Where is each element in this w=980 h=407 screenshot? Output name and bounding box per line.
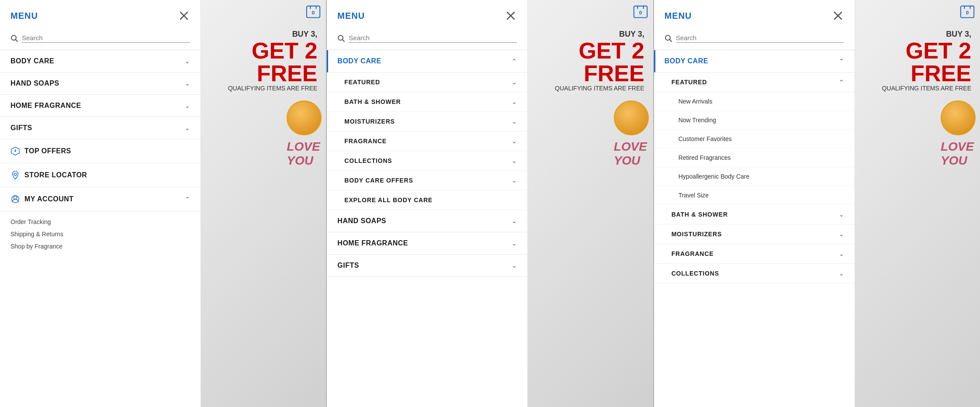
menu-item-hand-soaps-1[interactable]: HAND SOAPS ⌄ — [0, 72, 201, 95]
search-input-3[interactable] — [676, 34, 844, 43]
gifts-label-2: GIFTS — [337, 262, 359, 269]
close-button-1[interactable] — [178, 10, 190, 22]
cart-area-3: 0 — [959, 4, 976, 21]
panel-3: MENU BODY CARE — [654, 0, 980, 407]
svg-text:0: 0 — [312, 10, 315, 15]
close-icon-3 — [834, 11, 842, 20]
menu-header-3: MENU — [654, 0, 855, 30]
chevron-moisturizers-3: ⌄ — [839, 231, 844, 238]
collections-label-3: COLLECTIONS — [672, 270, 719, 277]
cart-icon-2[interactable]: 0 — [632, 4, 649, 21]
shipping-returns-link[interactable]: Shipping & Returns — [10, 228, 190, 240]
cart-area-1: 0 — [305, 4, 322, 21]
chevron-gifts: ⌄ — [512, 262, 517, 269]
body-care-label-3: BODY CARE — [665, 57, 708, 65]
search-input-1[interactable] — [22, 34, 190, 43]
menu-item-home-fragrance-1[interactable]: HOME FRAGRANCE ⌄ — [0, 95, 201, 117]
submenu-item-collections[interactable]: COLLECTIONS ⌄ — [327, 151, 527, 171]
product-display-3: LOVEYOU — [941, 100, 976, 168]
now-trending-label: Now Trending — [679, 117, 716, 124]
search-input-2[interactable] — [349, 34, 517, 43]
promo-free-label-3: FREE — [882, 62, 971, 85]
menu-title-1: MENU — [10, 11, 38, 21]
menu-item-store-locator-1[interactable]: STORE LOCATOR — [0, 163, 201, 187]
product-display-1: LOVEYOU — [287, 100, 322, 168]
close-button-2[interactable] — [505, 10, 517, 22]
menu-item-hand-soaps-2[interactable]: HAND SOAPS ⌄ — [327, 210, 527, 232]
promo-free-label-2: FREE — [555, 62, 644, 85]
submenu-item-fragrance-3[interactable]: FRAGRANCE ⌄ — [654, 244, 855, 264]
featured-label-3: FEATURED — [672, 79, 707, 86]
menu-item-gifts-1[interactable]: GIFTS ⌄ — [0, 117, 201, 139]
order-tracking-link[interactable]: Order Tracking — [10, 216, 190, 228]
chevron-bath-3: ⌄ — [839, 211, 844, 218]
promo-text-1: BUY 3, GET 2 FREE QUALIFYING ITEMS ARE F… — [228, 30, 322, 92]
chevron-up-icon-2: ⌃ — [512, 58, 517, 65]
account-subitems: Order Tracking Shipping & Returns Shop b… — [0, 211, 201, 255]
menu-item-body-care-1[interactable]: BODY CARE ⌄ — [0, 50, 201, 72]
shop-by-fragrance-link[interactable]: Shop by Fragrance — [10, 240, 190, 252]
promo-get2-label-2: GET 2 — [555, 39, 644, 62]
love-text-1: LOVEYOU — [287, 140, 322, 168]
cart-icon-1[interactable]: 0 — [305, 4, 322, 21]
submenu-item-collections-3[interactable]: COLLECTIONS ⌄ — [654, 264, 855, 283]
menu-item-body-care-label-2: BODY CARE — [337, 57, 381, 65]
menu-item-body-care-3[interactable]: BODY CARE ⌃ — [654, 50, 855, 72]
submenu-item-featured[interactable]: FEATURED ⌄ — [327, 72, 527, 92]
chevron-fragrance: ⌄ — [512, 138, 517, 145]
customer-favorites-label: Customer Favorites — [679, 135, 732, 142]
customer-favorites-item[interactable]: Customer Favorites — [654, 130, 855, 148]
home-fragrance-label-2: HOME FRAGRANCE — [337, 239, 408, 247]
menu-item-gifts-label: GIFTS — [10, 124, 32, 132]
promo-content-1: 0 BUY 3, GET 2 FREE QUALIFYING ITEMS ARE… — [201, 0, 326, 407]
submenu-item-bath-shower[interactable]: BATH & SHOWER ⌄ — [327, 92, 527, 112]
now-trending-item[interactable]: Now Trending — [654, 111, 855, 130]
menu-title-2: MENU — [337, 11, 365, 21]
promo-bg-3: 0 BUY 3, GET 2 FREE QUALIFYING ITEMS ARE… — [855, 0, 980, 407]
svg-text:0: 0 — [966, 10, 969, 15]
menu-item-my-account-1[interactable]: MY ACCOUNT ⌃ — [0, 187, 201, 211]
collections-label: COLLECTIONS — [344, 157, 392, 164]
cart-area-2: 0 — [632, 4, 649, 21]
hand-soaps-label-2: HAND SOAPS — [337, 217, 386, 225]
hypoallergenic-item[interactable]: Hypoallergenic Body Care — [654, 167, 855, 186]
featured-label: FEATURED — [344, 79, 380, 86]
promo-text-2: BUY 3, GET 2 FREE QUALIFYING ITEMS ARE F… — [555, 30, 649, 92]
submenu-item-moisturizers[interactable]: MOISTURIZERS ⌄ — [327, 112, 527, 131]
search-area-2 — [327, 30, 527, 50]
submenu-item-fragrance[interactable]: FRAGRANCE ⌄ — [327, 131, 527, 151]
chevron-moisturizers: ⌄ — [512, 118, 517, 125]
retired-fragrances-item[interactable]: Retired Fragrances — [654, 148, 855, 167]
account-icon-1 — [10, 194, 20, 204]
menu-item-body-care-2[interactable]: BODY CARE ⌃ — [327, 50, 527, 72]
submenu-item-explore-all[interactable]: EXPLORE ALL BODY CARE — [327, 190, 527, 210]
new-arrivals-label: New Arrivals — [679, 98, 713, 105]
menu-item-left: BODY CARE — [10, 57, 54, 65]
menu-item-label: BODY CARE — [10, 57, 54, 65]
menu-header-1: MENU — [0, 0, 201, 30]
close-icon-2 — [506, 11, 515, 20]
chevron-icon-3: ⌄ — [185, 102, 190, 109]
submenu-item-featured-3[interactable]: FEATURED ⌃ — [654, 72, 855, 92]
submenu-item-body-care-offers[interactable]: BODY CARE OFFERS ⌄ — [327, 171, 527, 190]
menu-item-home-fragrance-label: HOME FRAGRANCE — [10, 102, 81, 110]
svg-point-6 — [14, 173, 17, 176]
close-button-3[interactable] — [832, 10, 844, 22]
menu-item-gifts-2[interactable]: GIFTS ⌄ — [327, 255, 527, 277]
chevron-icon-4: ⌄ — [185, 124, 190, 131]
submenu-item-moisturizers-3[interactable]: MOISTURIZERS ⌄ — [654, 224, 855, 244]
menu-item-home-fragrance-2[interactable]: HOME FRAGRANCE ⌄ — [327, 232, 527, 255]
svg-point-7 — [14, 196, 17, 199]
new-arrivals-item[interactable]: New Arrivals — [654, 92, 855, 111]
submenu-item-bath-shower-3[interactable]: BATH & SHOWER ⌄ — [654, 205, 855, 224]
moisturizers-label-3: MOISTURIZERS — [672, 231, 722, 238]
menu-item-top-offers-1[interactable]: TOP OFFERS — [0, 139, 201, 163]
retired-fragrances-label: Retired Fragrances — [679, 154, 731, 161]
promo-fine-print: QUALIFYING ITEMS ARE FREE — [228, 85, 318, 92]
search-area-3 — [654, 30, 855, 50]
promo-fine-print-2: QUALIFYING ITEMS ARE FREE — [555, 85, 644, 92]
search-icon-3 — [665, 34, 672, 42]
travel-size-item[interactable]: Travel Size — [654, 186, 855, 205]
cart-icon-3[interactable]: 0 — [959, 4, 976, 21]
promo-get2-label: GET 2 — [228, 39, 318, 62]
